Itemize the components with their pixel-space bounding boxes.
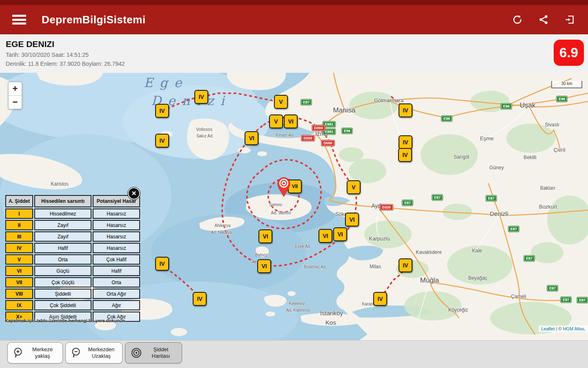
attribution-source-link[interactable]: HGM Atlas, <box>563 326 586 331</box>
close-icon[interactable]: ✕ <box>128 187 140 200</box>
intensity-map-button[interactable]: ŞiddetHaritası <box>125 342 182 364</box>
degree-cell: IX <box>5 300 33 310</box>
intensity-marker-IV[interactable]: IV <box>155 257 169 271</box>
intensity-marker-VI[interactable]: VI <box>284 114 298 128</box>
damage-cell: Hafif <box>93 266 140 276</box>
intensity-marker-IV[interactable]: IV <box>194 90 208 104</box>
felt-cell: Şiddetli <box>34 289 91 299</box>
legend-row: IVHafifHasarsız <box>5 243 140 253</box>
intensity-marker-IV[interactable]: IV <box>155 104 169 118</box>
road-badge-E87: E87 <box>577 297 588 303</box>
zoom-out-from-center-button[interactable]: MerkezdenUzaklaş <box>65 342 122 364</box>
epicenter-pin[interactable] <box>271 171 296 200</box>
intensity-marker-VI[interactable]: VI <box>257 259 271 273</box>
island <box>238 148 251 153</box>
share-icon[interactable] <box>538 14 549 25</box>
degree-cell: VIII <box>5 289 33 299</box>
legend-row: IIZayıfHasarsız <box>5 220 140 230</box>
zoom-to-center-button[interactable]: Merkezeyaklaş <box>7 342 63 364</box>
magnitude-badge: 6.9 <box>554 40 584 66</box>
island <box>171 328 187 336</box>
intensity-marker-V[interactable]: V <box>274 95 288 109</box>
legend-close-hint: Kapatmak için tablo üzerinde herhangi bi… <box>5 318 140 323</box>
degree-cell: VII <box>5 277 33 287</box>
felt-cell: Zayıf <box>34 231 91 242</box>
road-badge-E87: E87 <box>301 99 312 105</box>
button-label: ŞiddetHaritası <box>143 346 182 359</box>
felt-cell: Hafif <box>34 243 91 253</box>
app-bar: DepremBilgiSistemi <box>0 5 588 34</box>
zoom-in-button[interactable]: + <box>9 82 22 96</box>
legend-row: VOrtaÇok Hafif <box>5 254 140 265</box>
exit-icon[interactable] <box>564 14 575 25</box>
degree-cell: IV <box>5 243 33 253</box>
legend-row: VIGüçlüHafif <box>5 266 140 276</box>
felt-cell: Orta <box>34 254 91 265</box>
intensity-marker-IV[interactable]: IV <box>373 292 387 306</box>
intensity-marker-VI[interactable]: VI <box>345 213 359 227</box>
map-zoom-control: + − <box>8 82 22 109</box>
intensity-legend-table[interactable]: A. ŞiddetHissedilen sarsıntıPotansiyel H… <box>4 194 141 323</box>
legend-row: VIIÇok GüçlüOrta <box>5 277 140 287</box>
event-depth-coordinates: Derinlik: 11.8 Enlem: 37.9020 Boylam: 26… <box>6 61 125 67</box>
degree-cell: II <box>5 220 33 230</box>
road-badge-E96: E96 <box>557 96 567 102</box>
road-badge-E96: E96 <box>501 103 512 109</box>
leaflet-map[interactable]: Ege Denizi ManisaGölmarmaraİzmirUşakSiva… <box>0 73 588 340</box>
damage-cell: Hasarsız <box>93 243 140 253</box>
intensity-marker-IV[interactable]: IV <box>399 135 412 149</box>
intensity-rings-icon <box>130 347 143 359</box>
road-badge-E96: E96 <box>441 116 452 121</box>
road-badge-D550: D550 <box>301 135 314 141</box>
felt-cell: Çok Güçlü <box>34 277 91 287</box>
intensity-marker-VI[interactable]: VI <box>333 227 347 241</box>
intensity-marker-IV[interactable]: IV <box>193 292 207 306</box>
intensity-marker-IV[interactable]: IV <box>398 148 412 162</box>
road-badge-E87: E87 <box>524 256 535 261</box>
legend-row: IHissedilmezHasarsız <box>5 209 140 219</box>
damage-cell: Hasarsız <box>93 231 140 242</box>
leaflet-link[interactable]: Leaflet <box>541 326 555 331</box>
island <box>265 312 275 316</box>
map-attribution: Leaflet | © HGM Atlas, <box>539 325 588 332</box>
intensity-marker-VI[interactable]: VI <box>318 229 332 243</box>
road-badge-E87: E87 <box>432 195 443 200</box>
intensity-marker-IV[interactable]: IV <box>155 134 169 148</box>
felt-cell: Hissedilmez <box>34 209 91 219</box>
zoom-out-button[interactable]: − <box>9 96 22 109</box>
degree-cell: V <box>5 254 33 265</box>
refresh-icon[interactable] <box>512 14 523 25</box>
felt-cell: Güçlü <box>34 266 91 276</box>
legend-header: Hissedilen sarsıntı <box>34 195 91 207</box>
island <box>287 291 296 296</box>
road-badge-E96: E96 <box>342 128 352 134</box>
legend-row: IIIZayıfHasarsız <box>5 231 140 242</box>
event-datetime: Tarih: 30/10/2020 Saat: 14:51:25 <box>6 52 89 58</box>
button-label: MerkezdenUzaklaş <box>83 346 122 359</box>
damage-cell: Orta <box>93 277 140 287</box>
zoom-in-magnifier-icon <box>13 347 25 359</box>
intensity-marker-VI[interactable]: VI <box>245 131 258 145</box>
event-info-panel: EGE DENIZI Tarih: 30/10/2020 Saat: 14:51… <box>0 34 588 73</box>
road-badge-E87: E87 <box>486 195 497 201</box>
road-badge-E87: E87 <box>547 285 558 291</box>
hamburger-menu-icon[interactable] <box>12 15 26 25</box>
bottom-toolbar: Merkezeyaklaş MerkezdenUzaklaş ŞiddetHar… <box>0 340 588 368</box>
map-scale: 30 km <box>551 81 582 88</box>
intensity-marker-V[interactable]: V <box>269 114 283 128</box>
legend-row: VIIIŞiddetliOrta Ağır <box>5 289 140 299</box>
intensity-marker-V[interactable]: V <box>347 180 361 194</box>
degree-cell: VI <box>5 266 33 276</box>
damage-cell: Orta Ağır <box>93 289 140 299</box>
damage-cell: Hasarsız <box>93 209 140 219</box>
zoom-out-magnifier-icon <box>71 347 83 359</box>
road-badge-E87: E87 <box>561 297 571 303</box>
intensity-marker-IV[interactable]: IV <box>399 103 412 117</box>
intensity-marker-VI[interactable]: VI <box>258 229 272 243</box>
road-badge-D550: D550 <box>321 140 334 146</box>
intensity-marker-IV[interactable]: IV <box>399 258 412 272</box>
degree-cell: III <box>5 231 33 242</box>
degree-cell: I <box>5 209 33 219</box>
damage-cell: Hasarsız <box>93 220 140 230</box>
road-badge-E87: E87 <box>402 200 413 206</box>
